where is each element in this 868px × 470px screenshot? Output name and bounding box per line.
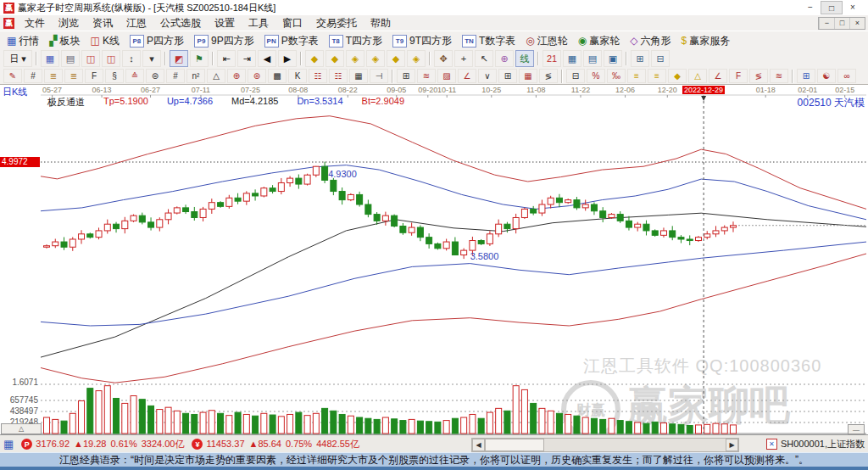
bars-count-icon[interactable]: # (166, 69, 185, 83)
gann-diamond2-icon[interactable]: ◆ (326, 50, 344, 67)
steps-icon[interactable]: ≋ (770, 69, 788, 83)
toolbar-button-quotes[interactable]: ▦行情 (2, 32, 44, 49)
candle-style2-icon[interactable]: ◫ (102, 50, 120, 67)
table2-icon[interactable]: ▦ (519, 69, 537, 83)
calendar-icon[interactable]: 21 (542, 50, 561, 67)
toolbar-button-hexagon[interactable]: ◇六角形 (625, 32, 676, 49)
spiral-icon[interactable]: § (105, 69, 124, 83)
chart-type-caret-icon[interactable]: ▾ (142, 50, 161, 67)
trend-color-icon[interactable]: ◩ (170, 50, 188, 67)
golden2-icon[interactable]: ≡ (648, 69, 666, 83)
scroll-left-icon[interactable]: ◀ (472, 439, 485, 451)
pointer-icon[interactable]: ↖ (475, 50, 493, 67)
taiji-icon[interactable]: ☯ (817, 69, 836, 83)
box-select-icon[interactable]: ⊞ (397, 69, 415, 83)
toolbar-button-p-digit-table[interactable]: PNP数字表 (259, 32, 324, 49)
a-slope-icon[interactable]: △ (207, 69, 225, 83)
angle-set-icon[interactable]: ≙ (125, 69, 144, 83)
ratio-icon[interactable]: ⊟ (566, 69, 585, 83)
crosshair-icon[interactable]: + (454, 50, 473, 67)
rays-icon[interactable]: ≋ (417, 69, 436, 83)
menu-item-帮助[interactable]: 帮助 (364, 15, 398, 31)
chart-scrollbar[interactable]: ◀ ▶ (471, 438, 739, 452)
menu-item-工具[interactable]: 工具 (242, 15, 275, 31)
percent-icon[interactable]: % (587, 69, 605, 83)
gann-diamond1-icon[interactable]: ◆ (305, 50, 324, 67)
pc-export-icon[interactable]: ⊞ (631, 50, 649, 67)
angle-icon[interactable]: ∠ (458, 69, 476, 83)
toolbar-button-sectors[interactable]: ▞板块 (44, 32, 85, 49)
shaded-box-icon[interactable]: ▩ (268, 69, 287, 83)
slope-red-icon[interactable]: ∠ (709, 69, 727, 83)
scrollbar-thumb[interactable] (485, 439, 544, 451)
pane-collapse-button[interactable]: — (848, 424, 865, 434)
chart-window-icon[interactable]: ▦ (41, 50, 59, 67)
gann-diamond3-icon[interactable]: ◈ (346, 50, 364, 67)
menu-item-文件[interactable]: 文件 (18, 15, 52, 31)
pane-expand-button[interactable]: △ (1, 423, 42, 434)
mdi-close-button[interactable]: × (849, 18, 865, 29)
tower1-icon[interactable]: ☷ (309, 69, 327, 83)
burst-icon[interactable]: ⊛ (248, 69, 266, 83)
net-icon[interactable]: ▦ (349, 69, 368, 83)
gann-diamond4-icon[interactable]: ◈ (366, 50, 385, 67)
hand-pan-icon[interactable]: ✥ (434, 50, 453, 67)
tower2-icon[interactable]: ☷ (329, 69, 348, 83)
candle-style-icon[interactable]: ◫ (81, 50, 100, 67)
f-red-icon[interactable]: F (729, 69, 748, 83)
golden1-icon[interactable]: ≡ (627, 69, 646, 83)
zigzag-icon[interactable]: ≶ (539, 69, 558, 83)
scale-toggle-icon[interactable]: ↕ (122, 50, 141, 67)
notes-icon[interactable]: ▤ (583, 50, 602, 67)
calculator-icon[interactable]: ▦ (563, 50, 581, 67)
info-pane-icon[interactable]: ▤ (61, 50, 80, 67)
linked-index[interactable]: ✕ SH000001,上证指数 (766, 438, 865, 450)
scroll-right-icon[interactable]: ▶ (726, 439, 738, 451)
n2-tool-icon[interactable]: n² (186, 69, 205, 83)
gann-diamond5-icon[interactable]: ◆ (387, 50, 405, 67)
mdi-restore-button[interactable]: □ (834, 18, 849, 29)
menu-item-浏览[interactable]: 浏览 (52, 15, 86, 31)
pc-sync-icon[interactable]: ⊟ (651, 50, 670, 67)
gann-box2-icon[interactable]: ≣ (64, 69, 83, 83)
fib-icon[interactable]: F (85, 69, 103, 83)
menu-item-窗口[interactable]: 窗口 (275, 15, 309, 31)
shade2-icon[interactable]: ▨ (437, 69, 456, 83)
gann-diamond6-icon[interactable]: ◈ (407, 50, 426, 67)
menu-item-设置[interactable]: 设置 (208, 15, 242, 31)
close-button[interactable]: × (843, 1, 863, 13)
permille-icon[interactable]: ‰ (607, 69, 626, 83)
toolbar-button-gann-wheel[interactable]: ◎江恩轮 (520, 32, 572, 49)
sh-index-quote[interactable]: 3176.92▲19.280.61%3324.00亿 (36, 438, 188, 450)
toolbar-button-winner-service[interactable]: $赢家服务 (676, 32, 736, 49)
multiline-icon[interactable]: ≶ (749, 69, 768, 83)
toolbar-button-p-square[interactable]: P8P四方形 (125, 32, 189, 49)
toolbar-button-kline[interactable]: ◫K线 (86, 32, 125, 49)
step-back-icon[interactable]: ◀ (258, 50, 276, 67)
quote-grid-icon[interactable]: ▦ (3, 438, 14, 450)
pencil-tool-icon[interactable]: ✎ (3, 69, 22, 83)
minimize-button[interactable]: − (800, 1, 821, 13)
target-icon[interactable]: ⊕ (227, 69, 246, 83)
toolbar-button-winner-wheel[interactable]: ◉赢家轮 (573, 32, 625, 49)
menu-item-江恩[interactable]: 江恩 (120, 15, 153, 31)
step-forward-icon[interactable]: ▶ (278, 50, 297, 67)
grid2-icon[interactable]: ⊞ (498, 69, 517, 83)
restore-button[interactable]: □ (821, 1, 843, 14)
infinity-icon[interactable]: ∞ (837, 69, 856, 83)
line-mode-icon[interactable]: 线 (515, 50, 534, 67)
toolbar-button-t9-square[interactable]: T99T四方形 (387, 32, 457, 49)
toolbar-button-p9-square[interactable]: P99P四方形 (189, 32, 259, 49)
hash-grid-icon[interactable]: # (24, 69, 42, 83)
toolbar-button-t-square[interactable]: T8T四方形 (324, 32, 387, 49)
bridge-icon[interactable]: ⊣ (370, 69, 388, 83)
diamond-mark-icon[interactable]: ◆ (668, 69, 687, 83)
grid-window-icon[interactable]: ⊞ (797, 69, 815, 83)
menu-item-交易委托[interactable]: 交易委托 (309, 15, 364, 31)
menu-item-资讯[interactable]: 资讯 (86, 15, 120, 31)
chart-canvas[interactable]: 4.93003.5800 (0, 85, 868, 435)
go-first-icon[interactable]: ⇤ (217, 50, 236, 67)
menu-item-公式选股[interactable]: 公式选股 (153, 15, 208, 31)
vee-icon[interactable]: ∨ (478, 69, 497, 83)
period-day-selector[interactable]: 日 ▾ (3, 50, 32, 67)
